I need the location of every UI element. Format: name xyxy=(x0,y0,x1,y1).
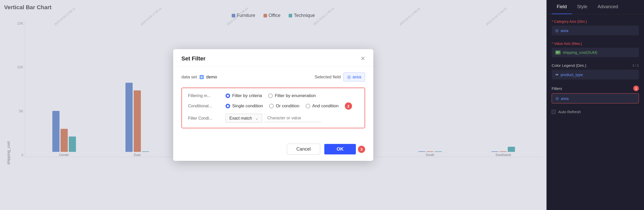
value-axis-section: * Value Axis (Mea.) Nº shipping_cost(SUM… xyxy=(552,41,639,57)
tab-field[interactable]: Field xyxy=(552,0,572,14)
filter-by-criteria-option[interactable]: Filter by criteria xyxy=(226,93,262,98)
filter-enum-radio[interactable] xyxy=(268,93,273,98)
filter-criteria-label: Filter by criteria xyxy=(232,93,262,98)
panel-body: * Category Axis (Dim.) ◎ area * Value Ax… xyxy=(547,14,644,210)
dataset-label: data set xyxy=(181,75,197,80)
conditional-row: Conditional... Single condition Or condi… xyxy=(188,102,358,110)
filter-criteria-radio[interactable] xyxy=(226,93,230,98)
auto-refresh-row: Auto Refresh xyxy=(552,110,639,114)
or-cond-label: Or condition xyxy=(276,103,299,109)
category-axis-value[interactable]: ◎ area xyxy=(552,26,639,35)
modal-body: data set ▦ demo Selected field ◎ area xyxy=(173,66,373,140)
badge-2: 2 xyxy=(345,102,352,110)
value-axis-value[interactable]: Nº shipping_cost(SUM) xyxy=(552,48,639,57)
set-filter-modal: Set Filter ✕ data set ▦ demo Selected fi… xyxy=(173,49,373,161)
modal-title: Set Filter xyxy=(181,55,206,62)
and-cond-radio[interactable] xyxy=(306,104,310,108)
target-icon-cat: ◎ xyxy=(555,28,559,33)
filter-condition-row: Filter Condi... Exact match ⌄ xyxy=(188,114,358,123)
character-value-input[interactable] xyxy=(265,114,321,122)
filters-section: Filters 1 ◎ area xyxy=(552,86,639,103)
chart-area: Vertical Bar Chart Furniture Office Tech… xyxy=(0,0,547,210)
selected-field-meta: Selected field ◎ area xyxy=(315,72,365,81)
filter-options-box: Filtering m... Filter by criteria Filter… xyxy=(181,88,365,128)
single-cond-radio[interactable] xyxy=(226,104,230,108)
color-legend-meta: 1 / 1 xyxy=(632,64,639,67)
auto-refresh-checkbox[interactable] xyxy=(552,110,556,114)
and-cond-label: And condition xyxy=(312,103,339,109)
filters-value-box[interactable]: ◎ area xyxy=(552,93,639,103)
right-panel: Field Style Advanced * Category Axis (Di… xyxy=(547,0,644,210)
panel-tabs: Field Style Advanced xyxy=(547,0,644,14)
filter-cond-controls: Exact match ⌄ xyxy=(226,114,321,123)
selected-field-label: Selected field xyxy=(315,75,341,80)
auto-refresh-label: Auto Refresh xyxy=(558,110,581,114)
modal-header: Set Filter ✕ xyxy=(173,49,373,66)
value-axis-label: * Value Axis (Mea.) xyxy=(552,41,639,46)
badge-3: 3 xyxy=(358,146,365,153)
modal-backdrop: Set Filter ✕ data set ▦ demo Selected fi… xyxy=(0,0,547,210)
target-icon-filter: ◎ xyxy=(555,96,559,101)
color-legend-label: Color Legend (Dim.) 1 / 1 xyxy=(552,63,639,68)
filter-enum-label: Filter by enumeration xyxy=(275,93,316,98)
conditional-radio-group: Single condition Or condition And condit… xyxy=(226,102,352,110)
color-legend-value[interactable]: ⇛ product_type xyxy=(552,70,639,79)
single-condition-option[interactable]: Single condition xyxy=(226,103,263,109)
dataset-meta: data set ▦ demo xyxy=(181,72,217,81)
and-condition-option[interactable]: And condition xyxy=(306,103,339,109)
dropdown-chevron-icon: ⌄ xyxy=(255,116,258,121)
selected-field-value-box: ◎ area xyxy=(343,72,365,81)
filtering-mode-row: Filtering m... Filter by criteria Filter… xyxy=(188,93,358,98)
selected-field-value: area xyxy=(353,75,361,80)
modal-footer: Cancel OK 3 xyxy=(173,140,373,161)
filtering-mode-label: Filtering m... xyxy=(188,93,221,98)
category-axis-label: * Category Axis (Dim.) xyxy=(552,19,639,24)
cancel-button[interactable]: Cancel xyxy=(287,144,320,155)
or-cond-radio[interactable] xyxy=(269,104,274,108)
dataset-value: demo xyxy=(206,75,217,80)
target-icon: ◎ xyxy=(347,74,351,80)
tab-style[interactable]: Style xyxy=(572,0,592,14)
modal-close-button[interactable]: ✕ xyxy=(360,56,365,61)
filtering-mode-radio-group: Filter by criteria Filter by enumeration xyxy=(226,93,316,98)
db-icon: ▦ xyxy=(200,75,204,79)
color-legend-section: Color Legend (Dim.) 1 / 1 ⇛ product_type xyxy=(552,63,639,79)
exact-match-dropdown[interactable]: Exact match ⌄ xyxy=(226,114,262,123)
conditional-label: Conditional... xyxy=(188,104,221,108)
or-condition-option[interactable]: Or condition xyxy=(269,103,299,109)
single-cond-label: Single condition xyxy=(232,103,263,109)
filter-cond-label: Filter Condi... xyxy=(188,116,221,121)
tab-advanced[interactable]: Advanced xyxy=(592,0,623,14)
filters-label-row: Filters 1 xyxy=(552,86,639,91)
modal-meta: data set ▦ demo Selected field ◎ area xyxy=(181,72,365,81)
category-axis-section: * Category Axis (Dim.) ◎ area xyxy=(552,19,639,35)
exact-match-value: Exact match xyxy=(229,116,252,121)
color-legend-icon: ⇛ xyxy=(555,72,559,77)
no-icon: Nº xyxy=(555,50,561,55)
ok-button[interactable]: OK xyxy=(324,144,356,154)
filters-value: area xyxy=(561,96,569,101)
filter-by-enumeration-option[interactable]: Filter by enumeration xyxy=(268,93,316,98)
filters-badge: 1 xyxy=(633,86,639,91)
